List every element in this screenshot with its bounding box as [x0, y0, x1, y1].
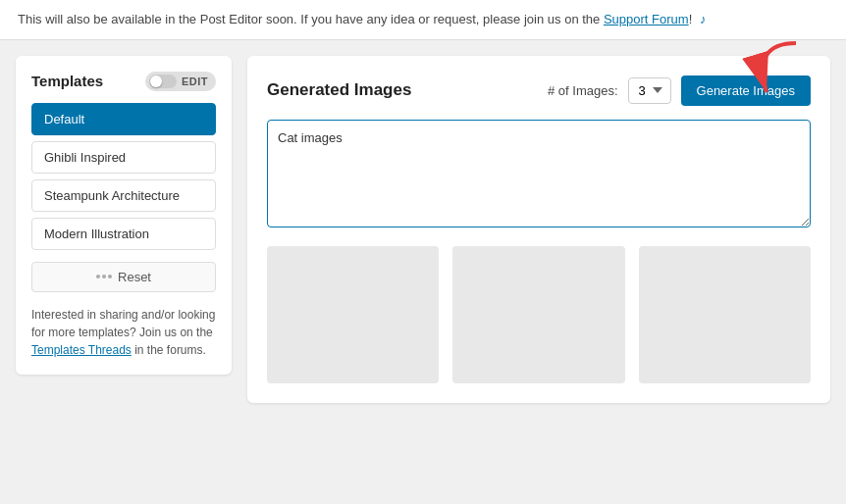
- toggle-label: EDIT: [182, 76, 208, 87]
- right-panel-header: Generated Images # of Images: 1 2 3 4 5 …: [267, 76, 811, 106]
- toggle-thumb: [150, 76, 162, 87]
- templates-threads-link[interactable]: Templates Threads: [31, 343, 132, 357]
- left-panel: Templates EDIT Default Ghibli Inspired S…: [16, 56, 232, 375]
- main-content: Templates EDIT Default Ghibli Inspired S…: [0, 40, 846, 419]
- num-images-label: # of Images:: [548, 83, 618, 98]
- template-list: Default Ghibli Inspired Steampunk Archit…: [31, 103, 216, 250]
- reset-button[interactable]: Reset: [31, 262, 216, 292]
- generated-images-title: Generated Images: [267, 80, 411, 100]
- music-icon: ♪: [700, 12, 707, 26]
- image-placeholder-1: [267, 246, 439, 383]
- top-bar-message: This will also be available in the Post …: [18, 12, 604, 26]
- templates-title: Templates: [31, 73, 103, 89]
- edit-toggle[interactable]: EDIT: [145, 72, 216, 91]
- templates-header: Templates EDIT: [31, 72, 216, 91]
- header-controls: # of Images: 1 2 3 4 5 Generate Images: [548, 76, 811, 106]
- toggle-track: [149, 75, 177, 88]
- image-placeholder-3: [639, 246, 811, 383]
- template-item-ghibli[interactable]: Ghibli Inspired: [31, 141, 216, 174]
- footer-text: Interested in sharing and/or looking for…: [31, 306, 216, 359]
- template-item-steampunk[interactable]: Steampunk Architecture: [31, 179, 216, 212]
- support-forum-link[interactable]: Support Forum: [604, 12, 689, 26]
- right-panel: Generated Images # of Images: 1 2 3 4 5 …: [247, 56, 830, 403]
- top-bar: This will also be available in the Post …: [0, 0, 846, 40]
- template-item-default[interactable]: Default: [31, 103, 216, 135]
- prompt-textarea[interactable]: [267, 120, 811, 227]
- image-placeholder-2: [452, 246, 624, 383]
- num-images-select[interactable]: 1 2 3 4 5: [628, 77, 671, 104]
- reset-icon: [96, 275, 112, 278]
- generate-button[interactable]: Generate Images: [681, 76, 811, 106]
- template-item-modern[interactable]: Modern Illustration: [31, 218, 216, 250]
- image-grid: [267, 246, 811, 383]
